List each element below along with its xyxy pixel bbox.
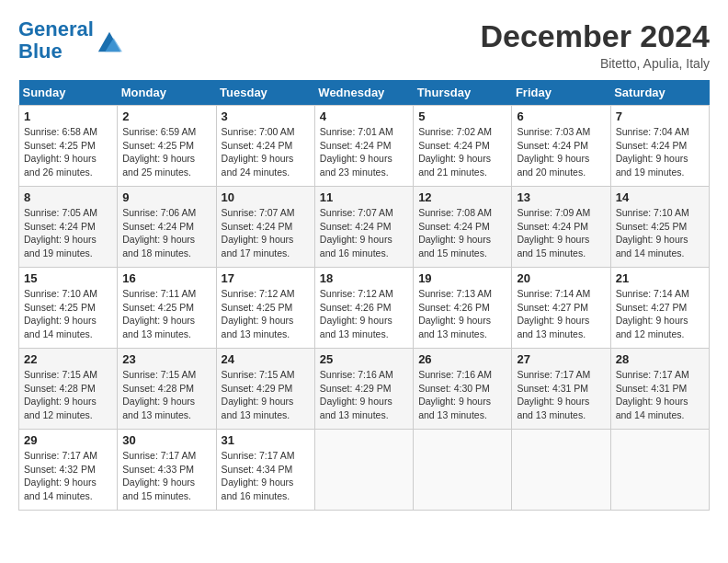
- month-title: December 2024: [480, 18, 710, 54]
- location: Bitetto, Apulia, Italy: [480, 56, 710, 71]
- day-info: Sunrise: 7:11 AMSunset: 4:25 PMDaylight:…: [122, 287, 210, 341]
- week-row-2: 8Sunrise: 7:05 AMSunset: 4:24 PMDaylight…: [19, 187, 710, 268]
- calendar-cell: [512, 430, 610, 511]
- calendar-cell: 11Sunrise: 7:07 AMSunset: 4:24 PMDayligh…: [314, 187, 413, 268]
- calendar-cell: 24Sunrise: 7:15 AMSunset: 4:29 PMDayligh…: [216, 349, 314, 430]
- calendar-table: SundayMondayTuesdayWednesdayThursdayFrid…: [18, 80, 710, 511]
- calendar-cell: 31Sunrise: 7:17 AMSunset: 4:34 PMDayligh…: [216, 430, 314, 511]
- day-info: Sunrise: 7:17 AMSunset: 4:31 PMDaylight:…: [616, 368, 704, 422]
- day-number: 24: [222, 352, 310, 366]
- week-row-4: 22Sunrise: 7:15 AMSunset: 4:28 PMDayligh…: [19, 349, 710, 430]
- calendar-cell: 7Sunrise: 7:04 AMSunset: 4:24 PMDaylight…: [610, 106, 709, 187]
- calendar-cell: 18Sunrise: 7:12 AMSunset: 4:26 PMDayligh…: [314, 268, 413, 349]
- calendar-cell: 1Sunrise: 6:58 AMSunset: 4:25 PMDaylight…: [19, 106, 118, 187]
- day-number: 17: [222, 271, 310, 285]
- logo-text: General Blue: [18, 18, 94, 63]
- day-info: Sunrise: 7:15 AMSunset: 4:29 PMDaylight:…: [222, 368, 310, 422]
- day-number: 3: [222, 109, 310, 123]
- calendar-cell: 29Sunrise: 7:17 AMSunset: 4:32 PMDayligh…: [19, 430, 118, 511]
- calendar-cell: 15Sunrise: 7:10 AMSunset: 4:25 PMDayligh…: [19, 268, 118, 349]
- day-info: Sunrise: 7:14 AMSunset: 4:27 PMDaylight:…: [616, 287, 704, 341]
- day-number: 21: [616, 271, 704, 285]
- day-number: 15: [24, 271, 112, 285]
- day-number: 31: [222, 433, 310, 447]
- day-info: Sunrise: 7:13 AMSunset: 4:26 PMDaylight:…: [418, 287, 506, 341]
- calendar-cell: 28Sunrise: 7:17 AMSunset: 4:31 PMDayligh…: [610, 349, 709, 430]
- day-info: Sunrise: 7:09 AMSunset: 4:24 PMDaylight:…: [517, 206, 605, 260]
- calendar-cell: 20Sunrise: 7:14 AMSunset: 4:27 PMDayligh…: [512, 268, 610, 349]
- calendar-cell: 17Sunrise: 7:12 AMSunset: 4:25 PMDayligh…: [216, 268, 314, 349]
- day-number: 6: [517, 109, 605, 123]
- calendar-cell: 23Sunrise: 7:15 AMSunset: 4:28 PMDayligh…: [118, 349, 216, 430]
- calendar-cell: 21Sunrise: 7:14 AMSunset: 4:27 PMDayligh…: [610, 268, 709, 349]
- day-number: 5: [418, 109, 506, 123]
- calendar-cell: 19Sunrise: 7:13 AMSunset: 4:26 PMDayligh…: [414, 268, 512, 349]
- day-info: Sunrise: 7:03 AMSunset: 4:24 PMDaylight:…: [517, 125, 605, 179]
- day-info: Sunrise: 7:01 AMSunset: 4:24 PMDaylight:…: [320, 125, 408, 179]
- day-info: Sunrise: 7:00 AMSunset: 4:24 PMDaylight:…: [222, 125, 310, 179]
- calendar-cell: 25Sunrise: 7:16 AMSunset: 4:29 PMDayligh…: [314, 349, 413, 430]
- calendar-cell: 3Sunrise: 7:00 AMSunset: 4:24 PMDaylight…: [216, 106, 314, 187]
- day-number: 14: [616, 190, 704, 204]
- header: General Blue December 2024 Bitetto, Apul…: [18, 18, 710, 71]
- calendar-cell: 26Sunrise: 7:16 AMSunset: 4:30 PMDayligh…: [414, 349, 512, 430]
- day-info: Sunrise: 7:17 AMSunset: 4:31 PMDaylight:…: [517, 368, 605, 422]
- weekday-header-wednesday: Wednesday: [314, 80, 413, 106]
- day-info: Sunrise: 7:06 AMSunset: 4:24 PMDaylight:…: [122, 206, 210, 260]
- day-number: 1: [24, 109, 112, 123]
- day-info: Sunrise: 7:17 AMSunset: 4:32 PMDaylight:…: [24, 449, 112, 503]
- day-number: 12: [418, 190, 506, 204]
- day-number: 22: [24, 352, 112, 366]
- day-info: Sunrise: 7:12 AMSunset: 4:26 PMDaylight:…: [320, 287, 408, 341]
- calendar-cell: 5Sunrise: 7:02 AMSunset: 4:24 PMDaylight…: [414, 106, 512, 187]
- day-number: 30: [122, 433, 210, 447]
- day-info: Sunrise: 7:04 AMSunset: 4:24 PMDaylight:…: [616, 125, 704, 179]
- day-info: Sunrise: 7:17 AMSunset: 4:34 PMDaylight:…: [222, 449, 310, 503]
- calendar-cell: 16Sunrise: 7:11 AMSunset: 4:25 PMDayligh…: [118, 268, 216, 349]
- logo-icon: [97, 28, 122, 53]
- day-number: 16: [122, 271, 210, 285]
- day-info: Sunrise: 7:10 AMSunset: 4:25 PMDaylight:…: [616, 206, 704, 260]
- calendar-cell: 22Sunrise: 7:15 AMSunset: 4:28 PMDayligh…: [19, 349, 118, 430]
- day-number: 23: [122, 352, 210, 366]
- day-info: Sunrise: 7:15 AMSunset: 4:28 PMDaylight:…: [24, 368, 112, 422]
- day-info: Sunrise: 7:02 AMSunset: 4:24 PMDaylight:…: [418, 125, 506, 179]
- calendar-cell: [314, 430, 413, 511]
- weekday-header-saturday: Saturday: [610, 80, 709, 106]
- calendar-cell: 30Sunrise: 7:17 AMSunset: 4:33 PMDayligh…: [118, 430, 216, 511]
- calendar-cell: 6Sunrise: 7:03 AMSunset: 4:24 PMDaylight…: [512, 106, 610, 187]
- calendar-cell: 4Sunrise: 7:01 AMSunset: 4:24 PMDaylight…: [314, 106, 413, 187]
- calendar-cell: 8Sunrise: 7:05 AMSunset: 4:24 PMDaylight…: [19, 187, 118, 268]
- day-number: 2: [122, 109, 210, 123]
- weekday-header-row: SundayMondayTuesdayWednesdayThursdayFrid…: [19, 80, 710, 106]
- day-info: Sunrise: 7:07 AMSunset: 4:24 PMDaylight:…: [222, 206, 310, 260]
- day-number: 29: [24, 433, 112, 447]
- weekday-header-tuesday: Tuesday: [216, 80, 314, 106]
- day-info: Sunrise: 7:14 AMSunset: 4:27 PMDaylight:…: [517, 287, 605, 341]
- calendar-cell: 13Sunrise: 7:09 AMSunset: 4:24 PMDayligh…: [512, 187, 610, 268]
- weekday-header-monday: Monday: [118, 80, 216, 106]
- logo: General Blue: [18, 18, 122, 63]
- weekday-header-thursday: Thursday: [414, 80, 512, 106]
- day-info: Sunrise: 7:16 AMSunset: 4:30 PMDaylight:…: [418, 368, 506, 422]
- title-area: December 2024 Bitetto, Apulia, Italy: [480, 18, 710, 71]
- day-number: 8: [24, 190, 112, 204]
- day-number: 13: [517, 190, 605, 204]
- day-number: 19: [418, 271, 506, 285]
- day-number: 4: [320, 109, 408, 123]
- calendar-cell: 12Sunrise: 7:08 AMSunset: 4:24 PMDayligh…: [414, 187, 512, 268]
- weekday-header-sunday: Sunday: [19, 80, 118, 106]
- calendar-cell: [610, 430, 709, 511]
- day-number: 28: [616, 352, 704, 366]
- calendar-cell: 9Sunrise: 7:06 AMSunset: 4:24 PMDaylight…: [118, 187, 216, 268]
- day-info: Sunrise: 7:12 AMSunset: 4:25 PMDaylight:…: [222, 287, 310, 341]
- day-info: Sunrise: 7:07 AMSunset: 4:24 PMDaylight:…: [320, 206, 408, 260]
- week-row-3: 15Sunrise: 7:10 AMSunset: 4:25 PMDayligh…: [19, 268, 710, 349]
- day-info: Sunrise: 7:10 AMSunset: 4:25 PMDaylight:…: [24, 287, 112, 341]
- weekday-header-friday: Friday: [512, 80, 610, 106]
- calendar-cell: 10Sunrise: 7:07 AMSunset: 4:24 PMDayligh…: [216, 187, 314, 268]
- calendar-cell: [414, 430, 512, 511]
- day-info: Sunrise: 6:58 AMSunset: 4:25 PMDaylight:…: [24, 125, 112, 179]
- calendar-cell: 2Sunrise: 6:59 AMSunset: 4:25 PMDaylight…: [118, 106, 216, 187]
- week-row-5: 29Sunrise: 7:17 AMSunset: 4:32 PMDayligh…: [19, 430, 710, 511]
